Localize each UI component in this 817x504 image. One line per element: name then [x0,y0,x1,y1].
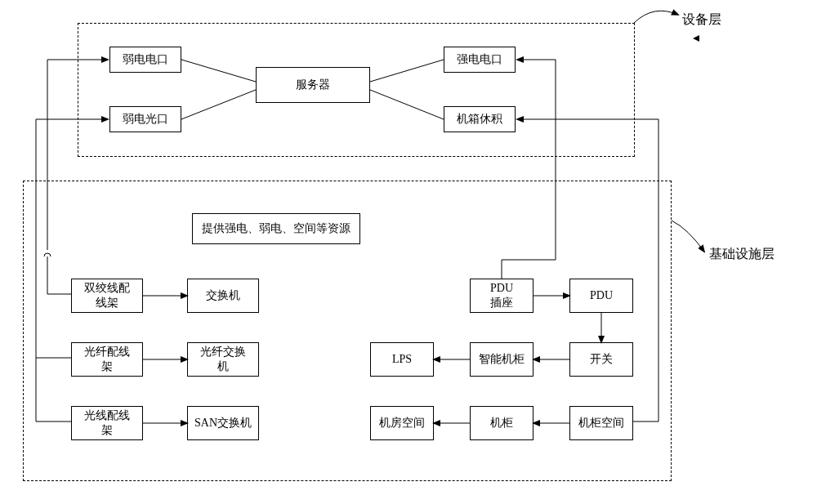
switch: 交换机 [187,279,259,313]
infra-caption: 提供强电、弱电、空间等资源 [192,213,360,244]
strong-electric-port: 强电电口 [444,47,516,73]
twisted-pair-patch: 双绞线配 线架 [71,279,143,313]
fiber-patch: 光纤配线 架 [71,342,143,377]
room-space: 机房空间 [370,406,434,440]
lps: LPS [370,342,434,377]
pdu: PDU [569,279,633,313]
cabinet-space: 机柜空间 [569,406,633,440]
chassis-volume: 机箱休积 [444,106,516,132]
cabinet: 机柜 [470,406,534,440]
fiber-switch: 光纤交换 机 [187,342,259,377]
weak-electric-port: 弱电电口 [109,47,181,73]
server: 服务器 [256,67,370,103]
weak-optical-port: 弱电光口 [109,106,181,132]
switch2: 开关 [569,342,633,377]
infra-layer-label: 基础设施层 [709,246,775,263]
device-layer-label: 设备层 [682,11,721,29]
smart-cabinet: 智能机柜 [470,342,534,377]
optical-patch: 光线配线 架 [71,406,143,440]
san-switch: SAN交换机 [187,406,259,440]
pdu-socket: PDU 插座 [470,279,534,313]
